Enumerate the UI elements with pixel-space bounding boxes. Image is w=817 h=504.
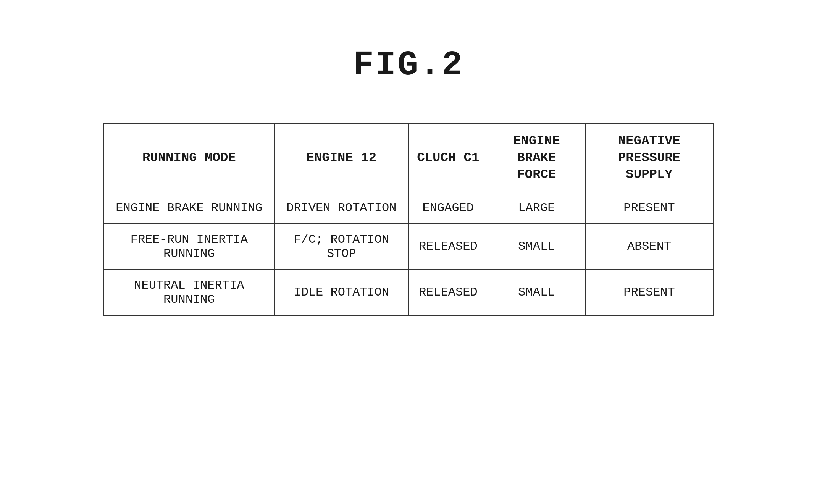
cell-pressure-1: PRESENT <box>585 192 713 224</box>
cell-pressure-2: ABSENT <box>585 224 713 270</box>
header-engine: ENGINE 12 <box>274 124 408 192</box>
table-row: ENGINE BRAKE RUNNING DRIVEN ROTATION ENG… <box>104 192 714 224</box>
header-pressure: NEGATIVEPRESSURESUPPLY <box>585 124 713 192</box>
cell-pressure-3: PRESENT <box>585 270 713 316</box>
cell-engine-2: F/C; ROTATION STOP <box>274 224 408 270</box>
table-row: NEUTRAL INERTIA RUNNING IDLE ROTATION RE… <box>104 270 714 316</box>
cell-running-mode-2: FREE-RUN INERTIA RUNNING <box>104 224 274 270</box>
data-table: RUNNING MODE ENGINE 12 CLUCH C1 ENGINE B… <box>103 123 714 316</box>
cell-running-mode-1: ENGINE BRAKE RUNNING <box>104 192 274 224</box>
page-title: FIG.2 <box>353 46 464 85</box>
cell-clutch-2: RELEASED <box>408 224 488 270</box>
cell-running-mode-3: NEUTRAL INERTIA RUNNING <box>104 270 274 316</box>
cell-engine-1: DRIVEN ROTATION <box>274 192 408 224</box>
cell-brake-force-2: SMALL <box>488 224 586 270</box>
cell-clutch-1: ENGAGED <box>408 192 488 224</box>
table-row: FREE-RUN INERTIA RUNNING F/C; ROTATION S… <box>104 224 714 270</box>
table-header-row: RUNNING MODE ENGINE 12 CLUCH C1 ENGINE B… <box>104 124 714 192</box>
header-clutch: CLUCH C1 <box>408 124 488 192</box>
table-wrapper: RUNNING MODE ENGINE 12 CLUCH C1 ENGINE B… <box>103 123 714 316</box>
cell-brake-force-1: LARGE <box>488 192 586 224</box>
cell-brake-force-3: SMALL <box>488 270 586 316</box>
header-brake-force: ENGINE BRAKEFORCE <box>488 124 586 192</box>
cell-clutch-3: RELEASED <box>408 270 488 316</box>
header-running-mode: RUNNING MODE <box>104 124 274 192</box>
cell-engine-3: IDLE ROTATION <box>274 270 408 316</box>
